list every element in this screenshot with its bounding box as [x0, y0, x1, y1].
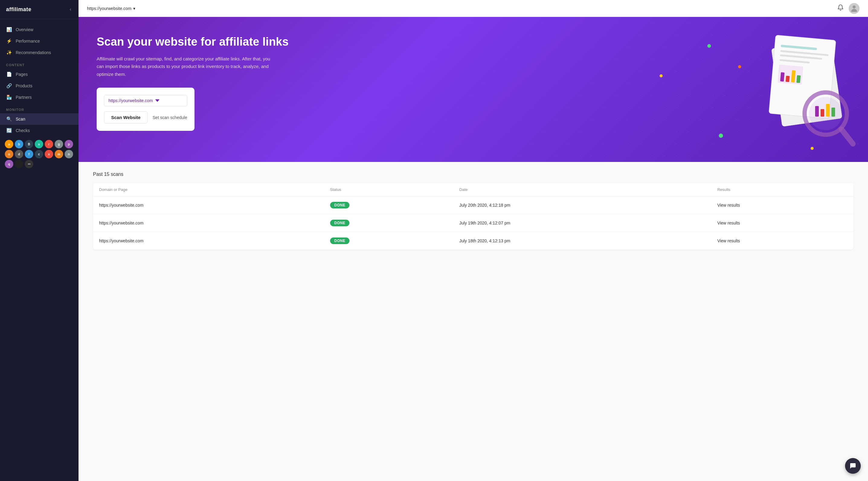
deco-dot-green2	[719, 133, 723, 138]
partner-icon-8[interactable]: d	[15, 150, 23, 158]
overview-icon: 📊	[6, 27, 12, 32]
svg-rect-25	[815, 106, 819, 117]
table-header-row: Domain or Page Status Date Results	[93, 183, 854, 197]
svg-rect-21	[797, 75, 801, 83]
notification-bell[interactable]	[837, 4, 844, 12]
partner-icon-9[interactable]: f	[25, 150, 33, 158]
topbar-actions	[837, 3, 860, 14]
partner-icon-14[interactable]: q	[5, 160, 13, 168]
deco-dot-green	[707, 44, 711, 48]
topbar-url-text: https://yourwebsite.com	[87, 6, 131, 11]
table-row: https://yourwebsite.comDONEJuly 20th 202…	[93, 197, 854, 214]
hero-section: Scan your website for affiliate links Af…	[79, 17, 868, 162]
partner-icon-circle	[15, 160, 23, 168]
topbar-url-selector[interactable]: https://yourwebsite.com ▾	[87, 6, 135, 11]
partner-icon-5[interactable]: g	[55, 140, 63, 148]
pages-icon: 📄	[6, 71, 12, 77]
partner-icon-4[interactable]: r	[45, 140, 53, 148]
products-icon: 🔗	[6, 83, 12, 89]
cell-results-0[interactable]: View results	[711, 197, 854, 214]
partner-icon-13[interactable]: n	[65, 150, 73, 158]
sidebar-item-partners[interactable]: 🏪 Partners	[0, 92, 79, 103]
col-status: Status	[324, 183, 453, 197]
main-content: https://yourwebsite.com ▾	[79, 0, 868, 481]
scan-icon: 🔍	[6, 116, 12, 122]
view-results-link-2[interactable]: View results	[717, 238, 740, 243]
sidebar-nav: 📊 Overview ⚡ Performance ✨ Recommendatio…	[0, 19, 79, 481]
hero-description: Affilimate will crawl your sitemap, find…	[97, 55, 272, 78]
view-results-link-1[interactable]: View results	[717, 220, 740, 226]
cell-domain-1: https://yourwebsite.com	[93, 214, 324, 232]
partner-icon-7[interactable]: o	[5, 150, 13, 158]
sidebar-item-products[interactable]: 🔗 Products	[0, 80, 79, 92]
sidebar-item-scan[interactable]: 🔍 Scan	[0, 113, 79, 125]
chat-button[interactable]	[845, 458, 861, 474]
scan-website-button[interactable]: Scan Website	[104, 111, 148, 124]
col-date: Date	[453, 183, 711, 197]
partner-icon-10[interactable]: c	[35, 150, 43, 158]
sidebar-item-performance[interactable]: ⚡ Performance	[0, 35, 79, 47]
hero-url-value: https://yourwebsite.com	[108, 98, 153, 103]
sidebar-item-recommendations[interactable]: ✨ Recommendations	[0, 47, 79, 58]
sidebar-item-pages[interactable]: 📄 Pages	[0, 68, 79, 80]
cell-domain-2: https://yourwebsite.com	[93, 232, 324, 250]
cell-status-1: DONE	[324, 214, 453, 232]
svg-point-0	[852, 5, 856, 8]
sidebar: affilimate ‹ 📊 Overview ⚡ Performance ✨ …	[0, 0, 79, 481]
brand-logo: affilimate	[6, 6, 31, 13]
table-title: Past 15 scans	[93, 172, 854, 177]
status-badge-2: DONE	[330, 238, 350, 244]
hero-url-dropdown[interactable]: https://yourwebsite.com	[104, 95, 187, 107]
sidebar-item-label-overview: Overview	[16, 27, 33, 32]
content-section-label: CONTENT	[0, 58, 79, 68]
sidebar-item-label-performance: Performance	[16, 39, 40, 43]
monitor-section-label: MONITOR	[0, 103, 79, 113]
hero-action-card: https://yourwebsite.com Scan Website Set…	[97, 88, 194, 131]
cell-status-0: DONE	[324, 197, 453, 214]
svg-rect-26	[820, 109, 824, 117]
table-section: Past 15 scans Domain or Page Status Date…	[79, 162, 868, 481]
partner-icon-more[interactable]: ···	[25, 160, 33, 168]
partner-icon-11[interactable]: x	[45, 150, 53, 158]
hero-content: Scan your website for affiliate links Af…	[97, 35, 290, 131]
sidebar-header: affilimate ‹	[0, 0, 79, 19]
sidebar-item-label-partners: Partners	[16, 95, 32, 100]
partner-icon-2[interactable]: B	[25, 140, 33, 148]
checks-icon: 🔄	[6, 128, 12, 133]
svg-rect-28	[832, 108, 835, 117]
sidebar-item-label-recommendations: Recommendations	[16, 50, 51, 55]
hero-dropdown-arrow-icon	[155, 98, 159, 103]
sidebar-item-overview[interactable]: 📊 Overview	[0, 24, 79, 35]
sidebar-item-label-scan: Scan	[16, 117, 25, 121]
col-domain: Domain or Page	[93, 183, 324, 197]
deco-dot-orange	[738, 65, 741, 68]
cell-results-1[interactable]: View results	[711, 214, 854, 232]
topbar: https://yourwebsite.com ▾	[79, 0, 868, 17]
svg-rect-19	[785, 76, 790, 82]
set-scan-schedule-button[interactable]: Set scan schedule	[153, 115, 187, 120]
svg-line-24	[841, 129, 853, 144]
sidebar-item-label-pages: Pages	[16, 72, 28, 77]
view-results-link-0[interactable]: View results	[717, 203, 740, 208]
sidebar-collapse-button[interactable]: ‹	[68, 5, 72, 13]
sidebar-item-label-products: Products	[16, 83, 32, 88]
performance-icon: ⚡	[6, 38, 12, 44]
table-row: https://yourwebsite.comDONEJuly 19th 202…	[93, 214, 854, 232]
deco-dot-yellow	[660, 74, 663, 77]
partner-icon-3[interactable]: s	[35, 140, 43, 148]
partner-icon-0[interactable]: a	[5, 140, 13, 148]
partner-icon-6[interactable]: p	[65, 140, 73, 148]
scan-table: Domain or Page Status Date Results https…	[93, 183, 854, 249]
partner-icon-12[interactable]: m	[55, 150, 63, 158]
topbar-dropdown-icon: ▾	[133, 6, 135, 11]
status-badge-0: DONE	[330, 202, 350, 208]
hero-illustration	[759, 26, 856, 153]
sidebar-item-label-checks: Checks	[16, 128, 30, 133]
svg-rect-27	[826, 104, 830, 117]
user-avatar[interactable]	[849, 3, 860, 14]
sidebar-item-checks[interactable]: 🔄 Checks	[0, 125, 79, 136]
partner-icon-1[interactable]: b	[15, 140, 23, 148]
cell-results-2[interactable]: View results	[711, 232, 854, 250]
hero-buttons: Scan Website Set scan schedule	[104, 111, 187, 124]
table-row: https://yourwebsite.comDONEJuly 18th 202…	[93, 232, 854, 250]
